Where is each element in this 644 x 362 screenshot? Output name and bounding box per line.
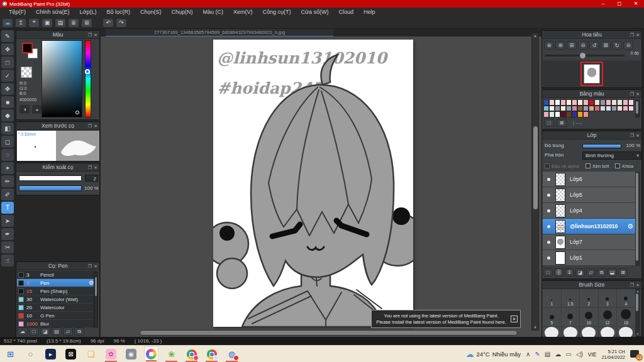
close-icon[interactable]: ✕ (636, 131, 640, 140)
palette-swatch[interactable] (617, 106, 623, 112)
notification-center-button[interactable]: 13 (630, 349, 641, 359)
palette-swatch[interactable] (628, 106, 634, 112)
brush-size-cell[interactable]: 1.5 (562, 289, 580, 308)
close-icon[interactable]: ✕ (636, 31, 640, 39)
palette-swatch[interactable] (560, 99, 566, 106)
chevron-up-icon[interactable]: ∧ (526, 351, 530, 358)
canvas-horizontal-scrollbar[interactable] (140, 330, 518, 336)
palette-swatch[interactable] (594, 99, 600, 106)
close-icon[interactable]: ✕ (636, 281, 640, 289)
grid-icon[interactable]: ⊞ (81, 18, 92, 28)
start-button[interactable]: ⊞ (3, 346, 18, 362)
blend-dropdown[interactable]: Bình thường▾ (582, 151, 641, 160)
fit-window-icon[interactable]: ⊞ (567, 41, 577, 50)
delete-layer-button[interactable]: ⊠ (618, 268, 628, 277)
menu-item-11[interactable]: Help (358, 8, 380, 17)
cloud-brush-button[interactable]: ☁ (18, 327, 28, 336)
brush-size-scrollbar[interactable]: ▲ ▼ (635, 289, 640, 336)
new-layer-button[interactable]: □ (543, 268, 553, 277)
palette-swatch[interactable] (543, 111, 549, 118)
scroll-thumb[interactable] (533, 126, 538, 209)
lasso-tool[interactable]: ◌ (1, 149, 14, 161)
brush-size-cell[interactable] (543, 327, 562, 337)
palette-swatch[interactable] (623, 99, 628, 106)
palette-swatch[interactable] (572, 99, 577, 106)
detach-icon[interactable]: ❐ (88, 163, 92, 172)
magic-wand-tool[interactable]: ✶ (1, 162, 14, 174)
brush-size-cell[interactable]: 1 (543, 289, 562, 308)
minimize-button[interactable]: – (595, 0, 611, 8)
shape-brush-tool[interactable]: □ (1, 57, 14, 69)
palette-swatch[interactable] (560, 106, 566, 112)
foreground-color-swatch[interactable] (22, 43, 33, 53)
display-icon[interactable]: ▣ (42, 18, 53, 28)
layer-row[interactable]: Lớp7 (543, 234, 636, 250)
menu-item-7[interactable]: Xem(V) (228, 8, 258, 17)
lock-checkbox[interactable] (615, 163, 620, 168)
layer-row[interactable]: Lớp6 (543, 172, 636, 187)
scroll-down-icon[interactable]: ▼ (532, 326, 538, 329)
comment-icon[interactable]: ❝ (28, 18, 40, 28)
menu-item-8[interactable]: Công cụ(T) (258, 8, 296, 17)
menu-item-0[interactable]: Tệp(F) (4, 8, 31, 17)
close-button[interactable]: ✕ (628, 0, 644, 8)
chrome-app-icon-2[interactable] (204, 346, 219, 362)
brush-tool[interactable]: ✎ (1, 30, 14, 42)
palette-swatch[interactable] (600, 99, 606, 106)
alpha-protect-checkbox[interactable] (545, 163, 550, 168)
menu-item-9[interactable]: Cửa sổ(W) (296, 8, 334, 17)
new-brush-menu-button[interactable]: ◪ (40, 327, 50, 336)
color-library-button[interactable]: ◒ (32, 105, 42, 114)
fill-shape-tool[interactable]: ■ (1, 96, 14, 108)
palette-swatch[interactable] (577, 106, 583, 112)
palette-swatch[interactable] (555, 99, 560, 106)
clipping-checkbox[interactable] (586, 163, 591, 168)
palette-swatch[interactable] (583, 106, 589, 112)
scroll-up-icon[interactable]: ▲ (532, 34, 538, 38)
brush-row[interactable]: 15Pen (Sharp) (17, 287, 96, 295)
new-8bit-layer-button[interactable]: ⓐ (554, 268, 564, 277)
opacity-slider[interactable] (582, 144, 621, 148)
hue-slider[interactable] (85, 40, 91, 118)
detach-icon[interactable]: ❐ (88, 122, 92, 130)
layer-folder-button[interactable]: ▱ (586, 268, 596, 277)
clipping-option[interactable]: Xén bớt (586, 163, 609, 169)
onedrive-icon[interactable]: ☁ (555, 351, 561, 358)
detach-icon[interactable]: ❐ (630, 131, 634, 140)
close-icon[interactable]: ✕ (636, 90, 640, 98)
lock-icon[interactable]: ⊝ (623, 41, 633, 50)
move-tool[interactable]: ✥ (1, 83, 14, 95)
palette-swatch[interactable] (628, 99, 634, 106)
brush-size-cell[interactable] (580, 327, 599, 337)
canvas-tab[interactable]: 277307169_134663585794599_68089432979934… (106, 29, 333, 36)
dot-tool[interactable]: ✓ (1, 70, 14, 82)
brush-size-cell[interactable]: 12 (599, 308, 618, 327)
drawing-app-icon[interactable]: ✿ (104, 346, 118, 362)
detach-icon[interactable]: ❐ (630, 90, 634, 98)
palette-swatch[interactable] (560, 111, 566, 118)
new-brush-button[interactable]: □ (29, 327, 39, 336)
brush-size-cell[interactable]: 3 (599, 289, 618, 308)
duplicate-brush-button[interactable]: ⧉ (74, 327, 84, 336)
operation-tool[interactable]: ➤ (1, 215, 14, 227)
palette-swatch[interactable] (566, 111, 572, 118)
layer-scrollbar[interactable] (635, 172, 640, 266)
capcut-app-icon[interactable]: ⊠ (64, 346, 78, 362)
new-color-button[interactable]: □ (544, 119, 554, 127)
palette-swatch[interactable] (589, 99, 594, 106)
bucket-tool[interactable]: ◆ (1, 109, 14, 121)
canvas-vertical-scrollbar[interactable]: ▲ ▼ (531, 33, 539, 331)
menu-item-1[interactable]: Chỉnh sửa(E) (31, 8, 75, 17)
zoom-step-icon[interactable]: ⊛ (555, 41, 565, 50)
hand-tool[interactable]: ☝ (1, 255, 14, 266)
brush-row[interactable]: 10G Pen (17, 312, 96, 320)
layer-visibility-dot[interactable] (547, 225, 550, 228)
delete-color-button[interactable]: ⊠ (557, 119, 567, 127)
rotation-slider[interactable] (545, 55, 625, 57)
layer-settings-icon[interactable]: ⚙ (627, 222, 633, 231)
brush-size-cell[interactable]: 10 (580, 308, 599, 327)
rotate-left-icon[interactable]: ↺ (589, 41, 599, 50)
layer-visibility-dot[interactable] (547, 241, 550, 244)
select-tool[interactable]: ◻ (1, 136, 14, 148)
layer-row[interactable]: Lớp5 (543, 187, 636, 203)
